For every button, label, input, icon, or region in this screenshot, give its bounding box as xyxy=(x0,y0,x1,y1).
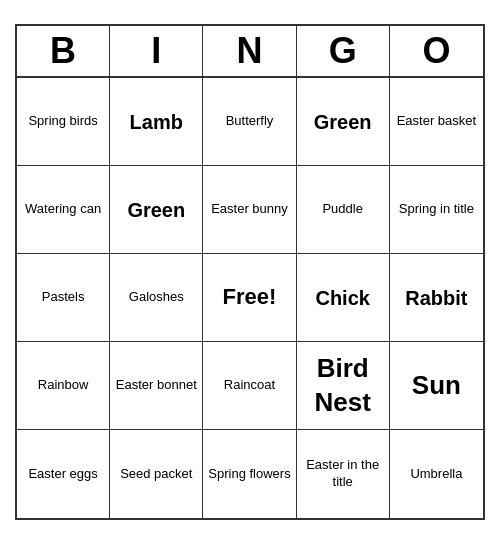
bingo-cell: Green xyxy=(110,166,203,254)
bingo-cell: Green xyxy=(297,78,390,166)
bingo-cell: Pastels xyxy=(17,254,110,342)
bingo-cell: Lamb xyxy=(110,78,203,166)
bingo-cell: Free! xyxy=(203,254,296,342)
bingo-cell: Umbrella xyxy=(390,430,483,518)
header-letter: G xyxy=(297,26,390,76)
bingo-cell: Galoshes xyxy=(110,254,203,342)
bingo-header: BINGO xyxy=(17,26,483,78)
bingo-cell: Spring birds xyxy=(17,78,110,166)
bingo-cell: Watering can xyxy=(17,166,110,254)
bingo-cell: Easter bonnet xyxy=(110,342,203,430)
bingo-cell: Spring in title xyxy=(390,166,483,254)
header-letter: I xyxy=(110,26,203,76)
bingo-cell: Bird Nest xyxy=(297,342,390,430)
header-letter: B xyxy=(17,26,110,76)
bingo-cell: Easter eggs xyxy=(17,430,110,518)
bingo-cell: Easter bunny xyxy=(203,166,296,254)
bingo-card: BINGO Spring birdsLambButterflyGreenEast… xyxy=(15,24,485,520)
bingo-cell: Rainbow xyxy=(17,342,110,430)
bingo-cell: Spring flowers xyxy=(203,430,296,518)
header-letter: O xyxy=(390,26,483,76)
bingo-cell: Chick xyxy=(297,254,390,342)
bingo-cell: Easter basket xyxy=(390,78,483,166)
bingo-cell: Puddle xyxy=(297,166,390,254)
bingo-cell: Butterfly xyxy=(203,78,296,166)
bingo-grid: Spring birdsLambButterflyGreenEaster bas… xyxy=(17,78,483,518)
bingo-cell: Easter in the title xyxy=(297,430,390,518)
bingo-cell: Raincoat xyxy=(203,342,296,430)
bingo-cell: Rabbit xyxy=(390,254,483,342)
bingo-cell: Seed packet xyxy=(110,430,203,518)
header-letter: N xyxy=(203,26,296,76)
bingo-cell: Sun xyxy=(390,342,483,430)
